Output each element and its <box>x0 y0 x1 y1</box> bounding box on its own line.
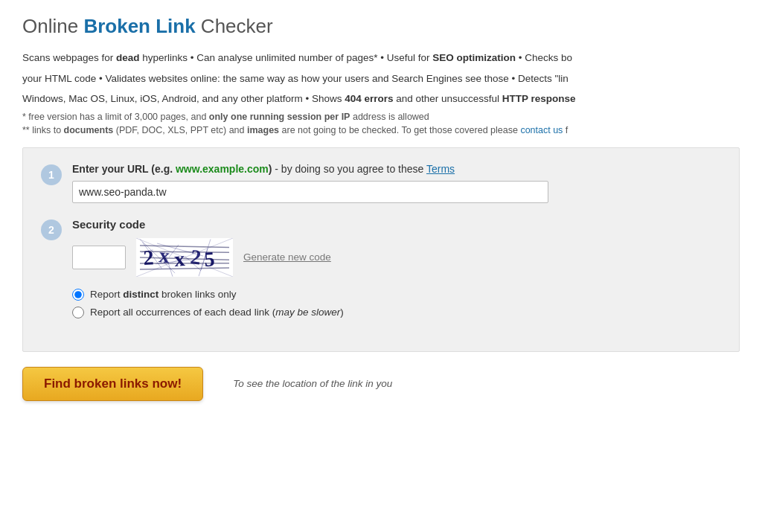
find-broken-links-button[interactable]: Find broken links now! <box>22 367 203 401</box>
radio-distinct-label[interactable]: Report distinct broken links only <box>72 289 721 301</box>
terms-link[interactable]: Terms <box>426 163 455 175</box>
radio-all[interactable] <box>72 307 84 318</box>
step2: 2 Security code Generate new code Report… <box>41 218 721 318</box>
page-title: Online Broken Link Checker <box>22 15 740 38</box>
description-line1: Scans webpages for dead hyperlinks • Can… <box>22 50 740 66</box>
submit-area: Find broken links now! To see the locati… <box>22 367 740 401</box>
radio-distinct-text: Report distinct broken links only <box>90 289 237 300</box>
security-row: Generate new code <box>72 238 721 277</box>
step1-number: 1 <box>41 164 62 185</box>
security-code-label: Security code <box>72 218 721 231</box>
step1-label: Enter your URL (e.g. www.example.com) - … <box>72 163 721 175</box>
step2-content: Security code Generate new code Report d… <box>72 218 721 318</box>
radio-all-label[interactable]: Report all occurrences of each dead link… <box>72 307 721 318</box>
note1: * free version has a limit of 3,000 page… <box>22 112 740 122</box>
description-line2: your HTML code • Validates websites onli… <box>22 71 740 87</box>
contact-us-link[interactable]: contact us <box>520 125 563 135</box>
step1: 1 Enter your URL (e.g. www.example.com) … <box>41 163 721 203</box>
step2-number: 2 <box>41 219 62 240</box>
title-part3: Checker <box>196 15 273 37</box>
security-code-input[interactable] <box>72 246 126 269</box>
form-section: 1 Enter your URL (e.g. www.example.com) … <box>22 147 740 352</box>
generate-new-code-button[interactable]: Generate new code <box>243 251 331 263</box>
radio-all-text: Report all occurrences of each dead link… <box>90 307 344 318</box>
radio-group: Report distinct broken links only Report… <box>72 289 721 318</box>
title-part1: Online <box>22 15 83 37</box>
captcha-canvas <box>136 238 233 277</box>
title-part2: Broken Link <box>83 15 195 37</box>
captcha-image <box>136 238 233 277</box>
step1-content: Enter your URL (e.g. www.example.com) - … <box>72 163 721 203</box>
url-input[interactable] <box>72 181 548 203</box>
hint-text: To see the location of the link in you <box>233 378 392 389</box>
radio-distinct[interactable] <box>72 289 84 301</box>
description-line3: Windows, Mac OS, Linux, iOS, Android, an… <box>22 91 740 107</box>
note2: ** links to documents (PDF, DOC, XLS, PP… <box>22 125 740 135</box>
